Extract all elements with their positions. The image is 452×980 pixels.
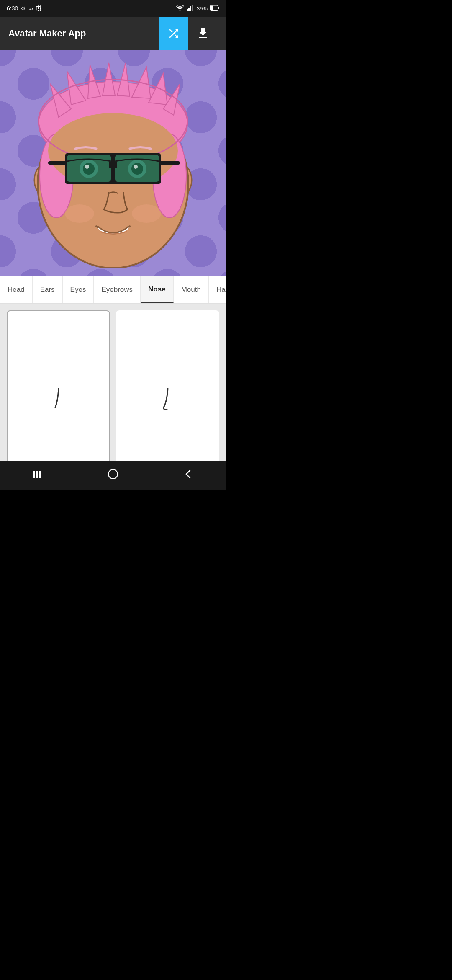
tab-ears[interactable]: Ears [33,276,63,303]
svg-point-33 [131,163,143,175]
svg-rect-28 [48,161,67,165]
wifi-icon [176,5,184,13]
svg-rect-39 [36,471,38,478]
svg-point-37 [132,204,161,223]
svg-rect-3 [192,5,193,11]
svg-point-32 [83,163,95,175]
back-button[interactable] [174,464,203,487]
nav-bar [0,461,226,490]
svg-point-35 [134,165,138,169]
tab-hair[interactable]: Hair [209,276,226,303]
nose-icon-1 [46,384,71,418]
recent-apps-button[interactable] [23,464,52,487]
svg-point-41 [108,469,118,479]
tab-head[interactable]: Head [0,276,33,303]
svg-rect-0 [187,9,188,11]
shuffle-button[interactable] [159,17,188,50]
image-icon: 🖼 [35,5,41,12]
svg-point-34 [85,165,89,169]
svg-point-36 [65,204,94,223]
svg-rect-29 [159,161,180,165]
nose-icon-2 [155,384,180,418]
svg-rect-5 [211,5,213,10]
avatar-canvas [0,50,226,276]
app-bar-actions [159,17,218,50]
tabs-container: Head Ears Eyes Eyebrows Nose Mouth Hair [0,276,226,304]
tab-mouth[interactable]: Mouth [174,276,209,303]
time: 6:30 [7,5,18,12]
tab-nose[interactable]: Nose [141,276,174,303]
svg-rect-40 [39,471,41,478]
home-button[interactable] [99,464,127,487]
svg-rect-38 [33,471,35,478]
status-right: 39% [176,5,219,13]
signal-icon [187,5,194,13]
main-content: Head Ears Eyes Eyebrows Nose Mouth Hair [0,276,226,490]
status-left: 6:30 ⚙ ∞ 🖼 [7,5,41,12]
app-bar: Avatar Maker App [0,17,226,50]
status-bar: 6:30 ⚙ ∞ 🖼 39% [0,0,226,17]
svg-rect-27 [109,162,117,168]
tab-eyes[interactable]: Eyes [63,276,94,303]
settings-icon: ⚙ [21,5,26,12]
tab-eyebrows[interactable]: Eyebrows [94,276,141,303]
battery-icon [210,5,219,12]
download-button[interactable] [188,17,218,50]
notification-icon: ∞ [28,5,33,12]
svg-rect-1 [188,8,190,11]
battery-text: 39% [197,5,208,12]
avatar-svg [25,59,201,268]
svg-rect-2 [190,6,191,11]
app-title: Avatar Maker App [8,28,86,39]
